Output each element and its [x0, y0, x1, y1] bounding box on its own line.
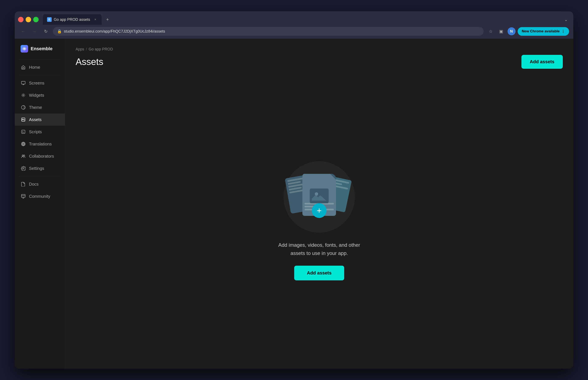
sidebar-item-community[interactable]: Community	[15, 190, 65, 202]
sidebar-item-scripts[interactable]: Scripts	[15, 126, 65, 138]
page-header: Assets Add assets	[76, 55, 563, 69]
new-tab-button[interactable]: +	[103, 15, 112, 24]
empty-state: + Add images, videos, fonts, and other a…	[76, 81, 563, 360]
url-bar[interactable]: 🔒 studio.ensembleui.com/app/FhQC7J2DjXTg…	[53, 27, 484, 36]
translations-icon	[20, 141, 26, 147]
svg-rect-2	[21, 81, 25, 84]
chrome-update-label: New Chrome available	[522, 29, 560, 33]
docs-icon	[20, 181, 26, 187]
sidebar-divider-3	[19, 176, 61, 176]
sidebar-label-collaborators: Collaborators	[29, 154, 54, 159]
refresh-button[interactable]: ↻	[42, 27, 50, 36]
url-lock-icon: 🔒	[57, 29, 62, 34]
sidebar-label-scripts: Scripts	[29, 130, 42, 134]
illustration-inner: +	[292, 172, 346, 222]
page-title: Assets	[76, 57, 103, 67]
sidebar-label-theme: Theme	[29, 105, 42, 110]
breadcrumb-app: Go app PROD	[89, 47, 113, 52]
svg-rect-7	[22, 130, 25, 133]
svg-point-3	[23, 95, 24, 96]
assets-icon	[20, 117, 26, 122]
add-assets-button-center[interactable]: Add assets	[294, 266, 344, 280]
sidebar-label-screens: Screens	[29, 81, 44, 86]
community-icon	[20, 193, 26, 199]
empty-state-text: Add images, videos, fonts, and other ass…	[278, 241, 360, 257]
scripts-icon	[20, 129, 26, 134]
svg-point-10	[23, 155, 25, 156]
sidebar-item-home[interactable]: Home	[15, 61, 65, 73]
sidebar-item-widgets[interactable]: Widgets	[15, 89, 65, 101]
close-button[interactable]	[18, 17, 23, 22]
theme-icon	[20, 105, 26, 110]
sidebar-label-assets: Assets	[29, 117, 42, 122]
bookmark-button[interactable]: ☆	[487, 27, 495, 36]
maximize-button[interactable]	[33, 17, 39, 22]
sidebar-item-settings[interactable]: Settings	[15, 162, 65, 174]
main-content: Apps / Go app PROD Assets Add assets	[65, 39, 573, 369]
svg-rect-12	[21, 194, 25, 197]
address-bar: ← → ↻ 🔒 studio.ensembleui.com/app/FhQC7J…	[15, 25, 573, 39]
breadcrumb-apps[interactable]: Apps	[76, 47, 84, 52]
breadcrumb-separator: /	[86, 47, 87, 52]
sidebar-divider-top	[19, 59, 61, 59]
tab-favicon: E	[47, 17, 52, 22]
browser-window: E Go app PROD assets × + ⌄ ← → ↻ 🔒 studi…	[15, 11, 573, 369]
forward-button[interactable]: →	[30, 27, 39, 36]
sidebar-divider-2	[19, 75, 61, 75]
sidebar: Ensemble Home	[15, 39, 65, 369]
tab-title: Go app PROD assets	[54, 18, 91, 22]
chrome-update-button[interactable]: New Chrome available ⋮	[518, 27, 569, 36]
sidebar-logo: Ensemble	[15, 43, 65, 57]
logo-text: Ensemble	[31, 46, 53, 52]
screens-icon	[20, 80, 26, 86]
logo-icon	[20, 45, 28, 53]
sidebar-label-translations: Translations	[29, 142, 52, 147]
sidebar-item-docs[interactable]: Docs	[15, 178, 65, 190]
browser-actions: ☆ ▣ N New Chrome available ⋮	[487, 27, 569, 36]
assets-illustration: +	[284, 161, 355, 233]
sidebar-item-translations[interactable]: Translations	[15, 138, 65, 150]
sidebar-item-assets[interactable]: Assets	[15, 114, 65, 126]
sidebar-label-home: Home	[29, 65, 40, 70]
traffic-lights	[18, 17, 39, 22]
breadcrumb: Apps / Go app PROD	[76, 47, 563, 52]
sidebar-label-community: Community	[29, 194, 50, 199]
sidebar-item-collaborators[interactable]: Collaborators	[15, 150, 65, 162]
profile-button[interactable]: N	[508, 27, 516, 35]
tab-bar: E Go app PROD assets × + ⌄	[15, 11, 573, 25]
sidebar-label-widgets: Widgets	[29, 93, 44, 98]
settings-icon	[20, 166, 26, 171]
minimize-button[interactable]	[26, 17, 31, 22]
collaborators-icon	[20, 153, 26, 159]
image-placeholder-icon	[310, 189, 329, 203]
add-assets-button-top[interactable]: Add assets	[521, 55, 563, 69]
sidebar-button[interactable]: ▣	[497, 27, 505, 36]
sidebar-label-docs: Docs	[29, 182, 39, 187]
widgets-icon	[20, 93, 26, 98]
tab-close-button[interactable]: ×	[93, 18, 97, 22]
corner-fold	[330, 174, 336, 180]
svg-point-9	[22, 155, 23, 156]
browser-chrome: E Go app PROD assets × + ⌄ ← → ↻ 🔒 studi…	[15, 11, 573, 39]
back-button[interactable]: ←	[19, 27, 27, 36]
sidebar-item-screens[interactable]: Screens	[15, 77, 65, 89]
home-icon	[20, 64, 26, 70]
sidebar-item-theme[interactable]: Theme	[15, 101, 65, 114]
add-asset-plus-button[interactable]: +	[312, 203, 327, 218]
chrome-update-menu-icon: ⋮	[561, 29, 565, 34]
sidebar-label-settings: Settings	[29, 166, 44, 171]
tab-overflow-button[interactable]: ⌄	[562, 16, 570, 23]
url-text: studio.ensembleui.com/app/FhQC7J2DjXTg0U…	[64, 29, 165, 34]
app-content: Ensemble Home	[15, 39, 573, 369]
active-tab[interactable]: E Go app PROD assets ×	[43, 14, 102, 25]
svg-point-11	[23, 168, 24, 169]
